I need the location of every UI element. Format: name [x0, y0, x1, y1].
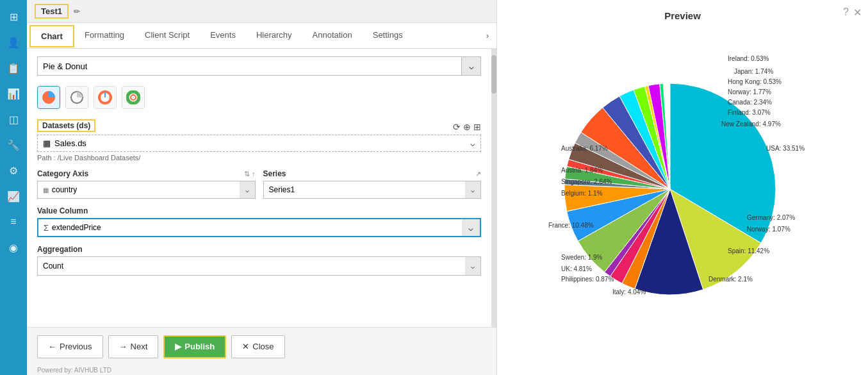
series-select[interactable]: Series1 ⌵ [263, 181, 482, 199]
sidebar-icon-analytics[interactable]: 📈 [2, 185, 25, 208]
main-panel: Test1 ✏ Chart Formatting Client Script E… [27, 0, 496, 375]
category-axis-group: Category Axis ⇅ ↑ ▦ country ⌵ [37, 169, 256, 199]
tab-annotation[interactable]: Annotation [302, 25, 363, 46]
value-column-dropdown[interactable]: ⌵ [462, 219, 480, 236]
svg-text:Sweden: 1.9%: Sweden: 1.9% [561, 254, 603, 261]
datasets-header: Datasets (ds) ⟳ ⊕ ⊞ [37, 119, 481, 135]
tab-client-script[interactable]: Client Script [135, 25, 200, 46]
value-column-value: extendedPrice [52, 223, 101, 232]
play-icon: ▶ [175, 342, 181, 351]
chart-style-pie-outline[interactable] [65, 86, 88, 109]
category-axis-select[interactable]: ▦ country ⌵ [37, 181, 256, 199]
svg-text:Spain: 11.42%: Spain: 11.42% [728, 247, 769, 254]
series-value: Series1 [264, 181, 466, 198]
svg-text:Philippines: 0.87%: Philippines: 0.87% [561, 276, 614, 283]
svg-text:France: 10.48%: France: 10.48% [548, 222, 594, 229]
series-label: Series [263, 169, 286, 178]
svg-text:Norway: 1.77%: Norway: 1.77% [728, 88, 771, 96]
tab-hierarchy[interactable]: Hierarchy [246, 25, 302, 46]
svg-text:Belgium: 1.1%: Belgium: 1.1% [561, 190, 603, 197]
series-dropdown[interactable]: ⌵ [465, 181, 480, 198]
table-icon: ▦ [43, 187, 49, 194]
svg-text:New Zealand: 4.97%: New Zealand: 4.97% [721, 121, 781, 128]
pie-chart-svg: Ireland: 0.53%Japan: 1.74%Hong Kong: 0.5… [529, 42, 837, 337]
sidebar-icon-user[interactable]: 👤 [2, 31, 25, 54]
value-column-select[interactable]: Σ extendedPrice ⌵ [37, 218, 481, 237]
dataset-table-icon: ▦ [43, 138, 51, 148]
chart-type-dropdown[interactable]: ⌵ [462, 56, 481, 76]
tab-chart[interactable]: Chart [29, 25, 74, 47]
sidebar-icon-data[interactable]: ◫ [2, 108, 25, 131]
panel-scrollbar[interactable] [491, 49, 496, 327]
aggregation-value: Count [38, 257, 465, 275]
previous-button[interactable]: ← Previous [37, 335, 103, 358]
publish-button[interactable]: ▶ Publish [163, 335, 226, 358]
dataset-item-left: ▦ Sales.ds [43, 138, 86, 148]
aggregation-label: Aggregation [37, 245, 481, 254]
svg-point-3 [127, 92, 139, 103]
more-dataset-icon[interactable]: ⊞ [473, 122, 481, 132]
close-button[interactable]: ✕ Close [231, 335, 284, 358]
help-icon[interactable]: ? [843, 6, 849, 18]
sidebar-icon-charts[interactable]: 📊 [2, 82, 25, 105]
sidebar: ⊞ 👤 📋 📊 ◫ 🔧 ⚙ 📈 ≡ ◉ [0, 0, 27, 375]
scrollbar-thumb[interactable] [491, 55, 496, 94]
axis-series-row: Category Axis ⇅ ↑ ▦ country ⌵ Series [37, 169, 481, 199]
tab-formatting[interactable]: Formatting [74, 25, 135, 46]
sidebar-icon-menu[interactable]: ≡ [2, 210, 25, 233]
refresh-icon[interactable]: ⟳ [453, 122, 461, 132]
chart-type-value[interactable]: Pie & Donut [37, 56, 462, 76]
chart-style-donut[interactable] [94, 86, 117, 109]
powered-by: Powered by: AIVHUB LTD [27, 365, 496, 375]
svg-text:Ireland: 0.53%: Ireland: 0.53% [728, 55, 769, 62]
prev-arrow-icon: ← [48, 342, 56, 351]
chart-preview-container: Ireland: 0.53%Japan: 1.74%Hong Kong: 0.5… [507, 29, 858, 349]
datasets-label: Datasets (ds) [37, 119, 95, 132]
series-arrow-icon[interactable]: ↗ [475, 170, 481, 178]
next-button[interactable]: → Next [108, 335, 159, 358]
next-arrow-icon: → [119, 342, 127, 351]
dataset-path: Path : /Live Dashboard Datasets/ [37, 154, 481, 162]
datasets-section: Datasets (ds) ⟳ ⊕ ⊞ ▦ Sales.ds ⌵ Path : … [37, 119, 481, 162]
svg-text:Denmark: 2.1%: Denmark: 2.1% [708, 276, 753, 283]
chart-type-selector: Pie & Donut ⌵ [37, 56, 481, 76]
datasets-actions: ⟳ ⊕ ⊞ [453, 122, 481, 132]
dataset-expand-icon[interactable]: ⌵ [470, 138, 475, 148]
chart-style-pie-solid[interactable] [37, 86, 60, 109]
sidebar-icon-reports[interactable]: 📋 [2, 56, 25, 79]
tab-settings[interactable]: Settings [363, 25, 413, 46]
value-column-label: Value Column [37, 206, 481, 215]
svg-text:Austria: 1.84%: Austria: 1.84% [561, 167, 603, 174]
preview-close-icon[interactable]: ✕ [853, 6, 862, 19]
chart-title[interactable]: Test1 [35, 4, 69, 19]
aggregation-group: Aggregation Count ⌵ [37, 245, 481, 276]
svg-text:USA: 33.51%: USA: 33.51% [766, 145, 805, 152]
edit-title-icon[interactable]: ✏ [74, 7, 80, 16]
tabs-bar: Chart Formatting Client Script Events Hi… [27, 23, 496, 49]
close-x-icon: ✕ [242, 342, 249, 351]
svg-text:Germany: 2.07%: Germany: 2.07% [747, 214, 795, 221]
preview-panel: Preview ? ✕ Ireland: 0.53%Japan: 1.74%Ho… [496, 0, 868, 375]
sigma-icon: Σ [44, 223, 49, 233]
chart-panel: Pie & Donut ⌵ [27, 49, 491, 327]
tabs-more-button[interactable]: › [481, 26, 494, 46]
svg-text:Italy: 4.04%: Italy: 4.04% [612, 288, 646, 296]
aggregation-select[interactable]: Count ⌵ [37, 256, 481, 276]
svg-text:Japan: 1.74%: Japan: 1.74% [734, 68, 773, 75]
category-axis-label: Category Axis [37, 169, 88, 178]
dataset-name: Sales.ds [54, 138, 86, 148]
add-dataset-icon[interactable]: ⊕ [463, 122, 471, 132]
svg-text:UK: 4.81%: UK: 4.81% [561, 265, 592, 272]
sidebar-icon-home[interactable]: ⊞ [2, 5, 25, 28]
sidebar-icon-settings[interactable]: ⚙ [2, 159, 25, 182]
aggregation-dropdown[interactable]: ⌵ [465, 257, 480, 275]
chart-style-donut-alt[interactable] [122, 86, 145, 109]
sidebar-icon-circle[interactable]: ◉ [2, 236, 25, 259]
dataset-item[interactable]: ▦ Sales.ds ⌵ [37, 135, 481, 152]
sidebar-icon-tools[interactable]: 🔧 [2, 133, 25, 156]
category-sort-icon[interactable]: ⇅ ↑ [244, 170, 256, 178]
tab-events[interactable]: Events [200, 25, 246, 46]
svg-text:Australia: 6.17%: Australia: 6.17% [561, 145, 608, 152]
title-bar: Test1 ✏ [27, 0, 496, 23]
category-axis-dropdown[interactable]: ⌵ [240, 181, 255, 198]
